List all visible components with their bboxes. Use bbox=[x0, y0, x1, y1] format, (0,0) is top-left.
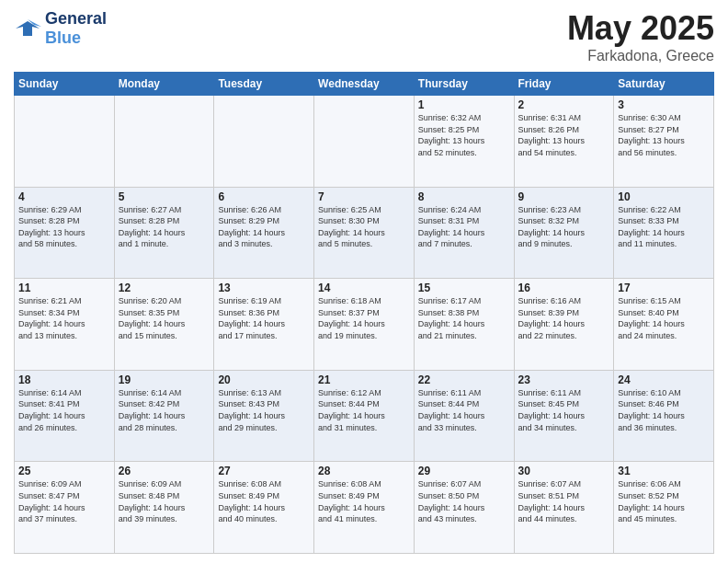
day-info-18: Sunrise: 6:14 AM Sunset: 8:41 PM Dayligh… bbox=[18, 387, 110, 433]
day-number-22: 22 bbox=[418, 373, 510, 386]
day-number-23: 23 bbox=[518, 373, 610, 386]
cell-w2-d4: 8Sunrise: 6:24 AM Sunset: 8:31 PM Daylig… bbox=[414, 187, 514, 279]
cell-w2-d2: 6Sunrise: 6:26 AM Sunset: 8:29 PM Daylig… bbox=[214, 187, 314, 279]
day-info-28: Sunrise: 6:08 AM Sunset: 8:49 PM Dayligh… bbox=[318, 478, 410, 524]
cell-w1-d5: 2Sunrise: 6:31 AM Sunset: 8:26 PM Daylig… bbox=[514, 96, 614, 188]
day-info-26: Sunrise: 6:09 AM Sunset: 8:48 PM Dayligh… bbox=[119, 478, 210, 524]
logo-text: General Blue bbox=[45, 9, 107, 48]
day-info-20: Sunrise: 6:13 AM Sunset: 8:43 PM Dayligh… bbox=[218, 387, 310, 433]
day-number-13: 13 bbox=[218, 282, 310, 294]
day-number-18: 18 bbox=[18, 373, 110, 386]
cell-w3-d2: 13Sunrise: 6:19 AM Sunset: 8:36 PM Dayli… bbox=[214, 279, 314, 371]
day-number-7: 7 bbox=[318, 190, 410, 203]
day-info-7: Sunrise: 6:25 AM Sunset: 8:30 PM Dayligh… bbox=[318, 204, 410, 250]
title-block: May 2025 Farkadona, Greece bbox=[567, 9, 714, 64]
day-number-3: 3 bbox=[618, 98, 710, 111]
day-number-15: 15 bbox=[418, 282, 510, 294]
day-info-21: Sunrise: 6:12 AM Sunset: 8:44 PM Dayligh… bbox=[318, 387, 410, 433]
cell-w5-d0: 25Sunrise: 6:09 AM Sunset: 8:47 PM Dayli… bbox=[15, 462, 115, 554]
day-number-21: 21 bbox=[318, 373, 410, 386]
svg-marker-0 bbox=[16, 21, 40, 36]
day-number-2: 2 bbox=[518, 98, 610, 111]
day-number-8: 8 bbox=[418, 190, 510, 203]
page: General Blue May 2025 Farkadona, Greece … bbox=[0, 0, 728, 563]
day-number-19: 19 bbox=[119, 373, 210, 386]
day-info-24: Sunrise: 6:10 AM Sunset: 8:46 PM Dayligh… bbox=[618, 387, 710, 433]
day-info-30: Sunrise: 6:07 AM Sunset: 8:51 PM Dayligh… bbox=[518, 478, 610, 524]
logo: General Blue bbox=[14, 9, 107, 48]
day-info-23: Sunrise: 6:11 AM Sunset: 8:45 PM Dayligh… bbox=[518, 387, 610, 433]
day-number-30: 30 bbox=[518, 465, 610, 477]
day-number-10: 10 bbox=[618, 190, 710, 203]
day-number-27: 27 bbox=[218, 465, 310, 477]
cell-w3-d5: 16Sunrise: 6:16 AM Sunset: 8:39 PM Dayli… bbox=[514, 279, 614, 371]
col-friday: Friday bbox=[514, 73, 614, 96]
day-info-25: Sunrise: 6:09 AM Sunset: 8:47 PM Dayligh… bbox=[18, 478, 110, 524]
cell-w4-d4: 22Sunrise: 6:11 AM Sunset: 8:44 PM Dayli… bbox=[414, 370, 514, 462]
day-info-10: Sunrise: 6:22 AM Sunset: 8:33 PM Dayligh… bbox=[618, 204, 710, 250]
calendar-body: 1Sunrise: 6:32 AM Sunset: 8:25 PM Daylig… bbox=[15, 96, 714, 554]
day-info-22: Sunrise: 6:11 AM Sunset: 8:44 PM Dayligh… bbox=[418, 387, 510, 433]
day-number-28: 28 bbox=[318, 465, 410, 477]
day-info-5: Sunrise: 6:27 AM Sunset: 8:28 PM Dayligh… bbox=[119, 204, 210, 250]
cell-w3-d6: 17Sunrise: 6:15 AM Sunset: 8:40 PM Dayli… bbox=[614, 279, 714, 371]
cell-w5-d6: 31Sunrise: 6:06 AM Sunset: 8:52 PM Dayli… bbox=[614, 462, 714, 554]
day-number-31: 31 bbox=[618, 465, 710, 477]
cell-w4-d2: 20Sunrise: 6:13 AM Sunset: 8:43 PM Dayli… bbox=[214, 370, 314, 462]
cell-w3-d4: 15Sunrise: 6:17 AM Sunset: 8:38 PM Dayli… bbox=[414, 279, 514, 371]
cell-w1-d6: 3Sunrise: 6:30 AM Sunset: 8:27 PM Daylig… bbox=[614, 96, 714, 188]
cell-w1-d3 bbox=[314, 96, 415, 188]
day-info-13: Sunrise: 6:19 AM Sunset: 8:36 PM Dayligh… bbox=[218, 295, 310, 341]
cell-w5-d2: 27Sunrise: 6:08 AM Sunset: 8:49 PM Dayli… bbox=[214, 462, 314, 554]
day-info-19: Sunrise: 6:14 AM Sunset: 8:42 PM Dayligh… bbox=[119, 387, 210, 433]
day-info-1: Sunrise: 6:32 AM Sunset: 8:25 PM Dayligh… bbox=[418, 112, 510, 158]
day-info-4: Sunrise: 6:29 AM Sunset: 8:28 PM Dayligh… bbox=[18, 204, 110, 250]
day-number-5: 5 bbox=[119, 190, 210, 203]
calendar-header: Sunday Monday Tuesday Wednesday Thursday… bbox=[15, 73, 714, 96]
day-number-24: 24 bbox=[618, 373, 710, 386]
cell-w2-d5: 9Sunrise: 6:23 AM Sunset: 8:32 PM Daylig… bbox=[514, 187, 614, 279]
cell-w2-d1: 5Sunrise: 6:27 AM Sunset: 8:28 PM Daylig… bbox=[114, 187, 214, 279]
day-info-16: Sunrise: 6:16 AM Sunset: 8:39 PM Dayligh… bbox=[518, 295, 610, 341]
day-number-16: 16 bbox=[518, 282, 610, 294]
day-info-31: Sunrise: 6:06 AM Sunset: 8:52 PM Dayligh… bbox=[618, 478, 710, 524]
cell-w5-d4: 29Sunrise: 6:07 AM Sunset: 8:50 PM Dayli… bbox=[414, 462, 514, 554]
cell-w3-d3: 14Sunrise: 6:18 AM Sunset: 8:37 PM Dayli… bbox=[314, 279, 415, 371]
day-info-8: Sunrise: 6:24 AM Sunset: 8:31 PM Dayligh… bbox=[418, 204, 510, 250]
day-number-25: 25 bbox=[18, 465, 110, 477]
cell-w1-d1 bbox=[114, 96, 214, 188]
cell-w4-d3: 21Sunrise: 6:12 AM Sunset: 8:44 PM Dayli… bbox=[314, 370, 415, 462]
day-info-15: Sunrise: 6:17 AM Sunset: 8:38 PM Dayligh… bbox=[418, 295, 510, 341]
day-info-9: Sunrise: 6:23 AM Sunset: 8:32 PM Dayligh… bbox=[518, 204, 610, 250]
cell-w2-d6: 10Sunrise: 6:22 AM Sunset: 8:33 PM Dayli… bbox=[614, 187, 714, 279]
cell-w5-d5: 30Sunrise: 6:07 AM Sunset: 8:51 PM Dayli… bbox=[514, 462, 614, 554]
month-title: May 2025 bbox=[567, 9, 714, 48]
col-thursday: Thursday bbox=[414, 73, 514, 96]
cell-w4-d5: 23Sunrise: 6:11 AM Sunset: 8:45 PM Dayli… bbox=[514, 370, 614, 462]
cell-w4-d0: 18Sunrise: 6:14 AM Sunset: 8:41 PM Dayli… bbox=[15, 370, 115, 462]
col-monday: Monday bbox=[114, 73, 214, 96]
day-info-29: Sunrise: 6:07 AM Sunset: 8:50 PM Dayligh… bbox=[418, 478, 510, 524]
weekday-header-row: Sunday Monday Tuesday Wednesday Thursday… bbox=[15, 73, 714, 96]
cell-w4-d6: 24Sunrise: 6:10 AM Sunset: 8:46 PM Dayli… bbox=[614, 370, 714, 462]
day-number-20: 20 bbox=[218, 373, 310, 386]
day-info-14: Sunrise: 6:18 AM Sunset: 8:37 PM Dayligh… bbox=[318, 295, 410, 341]
day-info-17: Sunrise: 6:15 AM Sunset: 8:40 PM Dayligh… bbox=[618, 295, 710, 341]
col-wednesday: Wednesday bbox=[314, 73, 415, 96]
day-number-14: 14 bbox=[318, 282, 410, 294]
logo-blue: Blue bbox=[45, 29, 107, 48]
col-sunday: Sunday bbox=[15, 73, 115, 96]
logo-bird-icon bbox=[14, 17, 41, 40]
cell-w1-d2 bbox=[214, 96, 314, 188]
col-tuesday: Tuesday bbox=[214, 73, 314, 96]
day-info-3: Sunrise: 6:30 AM Sunset: 8:27 PM Dayligh… bbox=[618, 112, 710, 158]
cell-w3-d1: 12Sunrise: 6:20 AM Sunset: 8:35 PM Dayli… bbox=[114, 279, 214, 371]
cell-w4-d1: 19Sunrise: 6:14 AM Sunset: 8:42 PM Dayli… bbox=[114, 370, 214, 462]
cell-w3-d0: 11Sunrise: 6:21 AM Sunset: 8:34 PM Dayli… bbox=[15, 279, 115, 371]
subtitle: Farkadona, Greece bbox=[567, 48, 714, 64]
day-number-1: 1 bbox=[418, 98, 510, 111]
cell-w5-d1: 26Sunrise: 6:09 AM Sunset: 8:48 PM Dayli… bbox=[114, 462, 214, 554]
week-row-5: 25Sunrise: 6:09 AM Sunset: 8:47 PM Dayli… bbox=[15, 462, 714, 554]
day-number-26: 26 bbox=[119, 465, 210, 477]
day-number-17: 17 bbox=[618, 282, 710, 294]
